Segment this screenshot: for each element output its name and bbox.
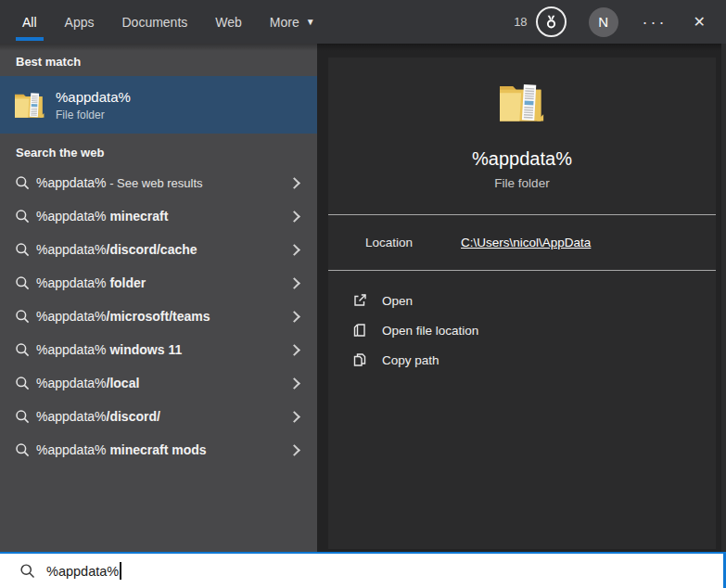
chevron-right-icon[interactable] (288, 177, 300, 189)
suggestion-query: %appdata% (36, 409, 107, 424)
chevron-right-icon[interactable] (288, 444, 300, 456)
suggestion-row[interactable]: %appdata% - See web results (0, 166, 317, 199)
suggestion-row[interactable]: %appdata% windows 11 (0, 333, 317, 366)
preview-card: %appdata% File folder Location C:\Users\… (328, 58, 716, 549)
web-suggestion-list: %appdata% - See web results %appdata% mi… (0, 166, 317, 467)
tab-apps[interactable]: Apps (65, 0, 95, 44)
tab-apps-label: Apps (65, 15, 95, 30)
chevron-right-icon[interactable] (288, 377, 300, 390)
chevron-right-icon[interactable] (288, 244, 300, 256)
suggestion-query: %appdata% (36, 442, 107, 457)
tab-bar-right-cluster: 18 N ··· ✕ (514, 6, 726, 37)
action-open[interactable]: Open (352, 286, 716, 315)
suggestion-row[interactable]: %appdata%/discord/ (0, 400, 317, 433)
suggestion-completion: folder (107, 275, 146, 290)
location-row: Location C:\Users\nicol\AppData (328, 215, 716, 270)
search-icon (15, 242, 30, 257)
action-list: Open Open file location Copy path (328, 271, 716, 375)
best-match-subtitle: File folder (56, 109, 131, 121)
suggestion-completion: minecraft mods (107, 442, 207, 457)
suggestion-completion: /local (107, 376, 140, 390)
suggestion-row[interactable]: %appdata%/local (0, 366, 317, 400)
search-icon (15, 409, 30, 424)
more-options-button[interactable]: ··· (643, 18, 668, 27)
chevron-right-icon[interactable] (288, 211, 300, 223)
action-open-file-location[interactable]: Open file location (352, 315, 716, 345)
search-icon (15, 175, 30, 190)
user-avatar[interactable]: N (589, 7, 618, 37)
best-match-text: %appdata% File folder (56, 89, 131, 121)
suggestion-text: %appdata%/microsoft/teams (36, 309, 290, 324)
suggestion-row[interactable]: %appdata% minecraft (0, 199, 317, 233)
suggestion-query: %appdata% (36, 175, 107, 190)
chevron-right-icon[interactable] (288, 411, 300, 423)
windows-search-flyout: All Apps Documents Web More ▼ 18 (0, 0, 726, 588)
suggestion-completion: windows 11 (107, 342, 183, 357)
folder-icon (497, 80, 547, 124)
suggestion-query: %appdata% (36, 209, 107, 224)
search-icon (15, 275, 30, 290)
action-label: Copy path (382, 353, 439, 367)
scrollbar[interactable] (721, 44, 726, 552)
avatar-initial: N (598, 14, 608, 30)
best-match-title: %appdata% (56, 89, 131, 105)
search-icon (19, 563, 35, 579)
suggestion-row[interactable]: %appdata% folder (0, 266, 317, 300)
suggestion-row[interactable]: %appdata%/discord/cache (0, 233, 317, 266)
search-icon (15, 376, 30, 390)
search-query-text: %appdata% (46, 564, 119, 579)
suggestion-text: %appdata% minecraft (36, 209, 290, 224)
preview-subtitle: File folder (494, 176, 549, 190)
search-input[interactable]: %appdata% (0, 552, 726, 588)
suggestion-query: %appdata% (36, 376, 107, 390)
suggestion-completion: /discord/ (107, 409, 160, 424)
suggestion-query: %appdata% (36, 275, 107, 290)
tab-more-label: More (270, 15, 299, 30)
open-file-location-icon (352, 323, 367, 338)
location-label: Location (365, 236, 413, 249)
suggestion-text: %appdata% windows 11 (36, 342, 290, 357)
tab-all[interactable]: All (22, 0, 37, 44)
action-label: Open (382, 294, 413, 308)
suggestion-text: %appdata% minecraft mods (36, 442, 290, 457)
tab-web-label: Web (215, 15, 242, 30)
tab-more[interactable]: More ▼ (270, 0, 315, 44)
preview-panel: %appdata% File folder Location C:\Users\… (317, 44, 726, 552)
search-the-web-header: Search the web (16, 146, 104, 160)
suggestion-query: %appdata% (36, 309, 107, 324)
text-cursor (120, 562, 121, 580)
tab-documents-label: Documents (121, 15, 187, 30)
tab-bar: All Apps Documents Web More ▼ 18 (0, 0, 726, 44)
suggestion-query: %appdata% (36, 242, 107, 257)
close-icon[interactable]: ✕ (694, 13, 706, 31)
suggestion-row[interactable]: %appdata%/microsoft/teams (0, 300, 317, 333)
tab-documents[interactable]: Documents (121, 0, 187, 44)
preview-title: %appdata% (472, 148, 572, 170)
search-icon (15, 309, 30, 324)
tab-web[interactable]: Web (215, 0, 242, 44)
suggestion-row[interactable]: %appdata% minecraft mods (0, 433, 317, 467)
action-copy-path[interactable]: Copy path (352, 345, 716, 375)
rewards-trophy-button[interactable] (536, 6, 567, 37)
search-icon (15, 342, 30, 357)
suggestion-query: %appdata% (36, 342, 107, 357)
suggestion-text: %appdata% - See web results (36, 175, 290, 190)
action-label: Open file location (382, 324, 478, 338)
suggestion-completion: minecraft (107, 209, 169, 224)
suggestion-text: %appdata%/discord/cache (36, 242, 290, 257)
suggestion-text: %appdata%/discord/ (36, 409, 290, 424)
chevron-right-icon[interactable] (288, 277, 300, 289)
results-panel: Best match %appdata% File folder Search … (0, 44, 317, 552)
tab-all-label: All (22, 15, 37, 30)
suggestion-text: %appdata%/local (36, 376, 290, 390)
location-path-link[interactable]: C:\Users\nicol\AppData (461, 236, 591, 249)
chevron-right-icon[interactable] (288, 344, 300, 356)
search-icon (15, 442, 30, 457)
folder-icon (13, 90, 46, 120)
tab-list: All Apps Documents Web More ▼ (0, 0, 315, 44)
rewards-points-count: 18 (514, 15, 527, 29)
trophy-icon (543, 14, 559, 30)
suggestion-text: %appdata% folder (36, 275, 290, 290)
best-match-result[interactable]: %appdata% File folder (0, 76, 317, 134)
chevron-right-icon[interactable] (288, 311, 300, 323)
